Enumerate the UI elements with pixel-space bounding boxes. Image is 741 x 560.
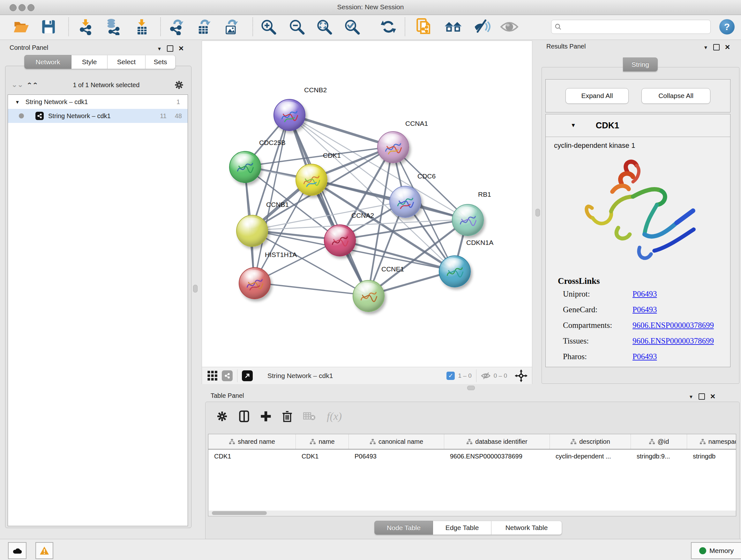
network-node-cdkn1a[interactable] — [439, 255, 471, 287]
column-header-name[interactable]: name — [296, 434, 349, 449]
crosslink-link[interactable]: 9606.ENSP00000378699 — [632, 336, 714, 346]
close-panel-icon[interactable]: ✕ — [179, 45, 184, 52]
delete-column-icon[interactable] — [282, 410, 292, 422]
table-cell[interactable]: stringdb:9... — [631, 449, 687, 463]
selected-nodes-checkbox[interactable]: ✓ — [447, 372, 455, 380]
grid-view-icon[interactable] — [207, 370, 218, 381]
pan-crosshair-icon[interactable] — [515, 369, 528, 382]
collapse-panel-icon[interactable]: ▼ — [689, 394, 693, 399]
export-table-button[interactable] — [195, 17, 212, 37]
network-row[interactable]: String Network – cdk1 11 48 — [8, 109, 188, 123]
gene-section-header[interactable]: ▼ CDK1 — [546, 114, 730, 137]
table-cell[interactable]: CDK1 — [296, 449, 349, 463]
table-cell[interactable]: cyclin-dependent ... — [550, 449, 631, 463]
scrollbar-thumb[interactable] — [212, 511, 267, 515]
network-node-ccnb2[interactable] — [273, 99, 306, 131]
help-button[interactable]: ? — [719, 19, 735, 35]
column-header-shared-name[interactable]: shared name — [208, 434, 296, 449]
network-node-ccnb1[interactable] — [236, 215, 268, 247]
table-cell[interactable]: P06493 — [349, 449, 444, 463]
section-expander-icon[interactable]: ▼ — [570, 122, 576, 129]
horizontal-scrollbar[interactable] — [209, 510, 736, 516]
hidden-eye-icon[interactable] — [481, 372, 490, 380]
tab-style[interactable]: Style — [71, 55, 108, 69]
save-session-button[interactable] — [40, 17, 57, 37]
collapse-all-button[interactable]: Collapse All — [642, 88, 711, 104]
column-header-namespace[interactable]: namespace — [687, 434, 736, 449]
open-session-button[interactable] — [12, 17, 30, 37]
hide-selected-icon[interactable] — [473, 17, 491, 37]
network-options-gear-icon[interactable] — [174, 80, 184, 90]
network-node-hist1h1a[interactable] — [239, 267, 271, 299]
tab-node-table[interactable]: Node Table — [374, 521, 433, 535]
collapse-panel-icon[interactable]: ▼ — [703, 45, 708, 50]
tab-network-table[interactable]: Network Table — [491, 521, 562, 535]
column-header-description[interactable]: description — [550, 434, 631, 449]
export-network-button[interactable] — [167, 17, 185, 37]
network-collection-row[interactable]: ▼ String Network – cdk1 1 — [8, 95, 188, 109]
network-node-ccna1[interactable] — [377, 131, 409, 163]
crosslink-link[interactable]: P06493 — [632, 290, 657, 299]
toolbar-search[interactable] — [551, 20, 711, 34]
close-panel-icon[interactable]: ✕ — [725, 44, 731, 51]
table-settings-gear-icon[interactable] — [216, 411, 228, 422]
table-row[interactable]: CDK1CDK1P064939606.ENSP00000378699cyclin… — [208, 449, 736, 463]
collection-expander-icon[interactable]: ▼ — [15, 99, 20, 105]
collapse-panel-icon[interactable]: ▼ — [157, 46, 162, 51]
network-node-ccna2[interactable] — [324, 225, 356, 256]
show-columns-icon[interactable] — [239, 410, 250, 422]
birds-eye-view-icon[interactable] — [242, 370, 253, 381]
float-panel-icon[interactable] — [713, 44, 720, 51]
float-panel-icon[interactable] — [698, 393, 705, 400]
close-panel-icon[interactable]: ✕ — [710, 393, 716, 400]
table-cell[interactable]: CDK1 — [208, 449, 296, 463]
attribute-type-icon — [310, 439, 316, 444]
tab-edge-table[interactable]: Edge Table — [433, 521, 491, 535]
warnings-button[interactable] — [36, 542, 53, 559]
export-image-button[interactable] — [222, 17, 240, 37]
import-network-file-button[interactable] — [77, 17, 94, 37]
tab-sets[interactable]: Sets — [145, 55, 176, 69]
cloud-status-button[interactable] — [8, 542, 26, 559]
network-edge[interactable] — [289, 114, 368, 295]
collapse-all-networks-icon[interactable]: ⌄⌄ — [11, 82, 23, 88]
tab-string[interactable]: String — [623, 57, 658, 71]
crosslink-link[interactable]: P06493 — [632, 352, 657, 361]
expand-all-networks-icon[interactable]: ⌃⌃ — [26, 82, 38, 88]
network-canvas[interactable]: CCNB2CCNA1CDC25BCDK1CDC6RB1CCNB1CCNA2CDK… — [202, 41, 532, 367]
left-splitter-handle[interactable] — [193, 285, 198, 293]
string-home-icon[interactable] — [444, 17, 462, 37]
column-header-database-identifier[interactable]: database identifier — [444, 434, 550, 449]
column-header-canonical-name[interactable]: canonical name — [349, 434, 444, 449]
import-table-file-button[interactable] — [133, 17, 151, 37]
refresh-view-button[interactable] — [380, 17, 397, 37]
tab-select[interactable]: Select — [108, 55, 145, 69]
network-edge[interactable] — [254, 283, 368, 295]
network-node-rb1[interactable] — [452, 204, 484, 236]
table-cell[interactable]: stringdb — [687, 449, 736, 463]
crosslink-link[interactable]: P06493 — [632, 305, 657, 314]
search-input[interactable] — [564, 23, 707, 30]
network-node-cdc6[interactable] — [389, 186, 421, 218]
show-hidden-icon[interactable] — [500, 17, 518, 37]
zoom-fit-button[interactable] — [315, 17, 333, 37]
float-panel-icon[interactable] — [167, 45, 173, 52]
column-header--id[interactable]: @id — [631, 434, 687, 449]
zoom-out-button[interactable] — [288, 17, 306, 37]
import-network-database-button[interactable] — [105, 17, 122, 37]
right-splitter-handle[interactable] — [536, 209, 540, 216]
network-node-cdc25b[interactable] — [229, 151, 261, 183]
expand-all-button[interactable]: Expand All — [565, 88, 629, 104]
table-cell[interactable]: 9606.ENSP00000378699 — [444, 449, 550, 463]
zoom-in-button[interactable] — [259, 17, 277, 37]
crosslink-link[interactable]: 9606.ENSP00000378699 — [632, 321, 714, 330]
bottom-splitter-handle[interactable] — [467, 386, 475, 390]
zoom-selected-button[interactable] — [343, 17, 361, 37]
share-network-document-button[interactable] — [415, 17, 433, 37]
network-node-ccne1[interactable] — [353, 280, 385, 312]
network-node-cdk1[interactable] — [295, 164, 327, 196]
string-view-badge-icon[interactable] — [222, 370, 232, 381]
memory-button[interactable]: Memory — [691, 542, 741, 559]
add-column-icon[interactable] — [260, 411, 271, 422]
tab-network[interactable]: Network — [24, 55, 71, 69]
